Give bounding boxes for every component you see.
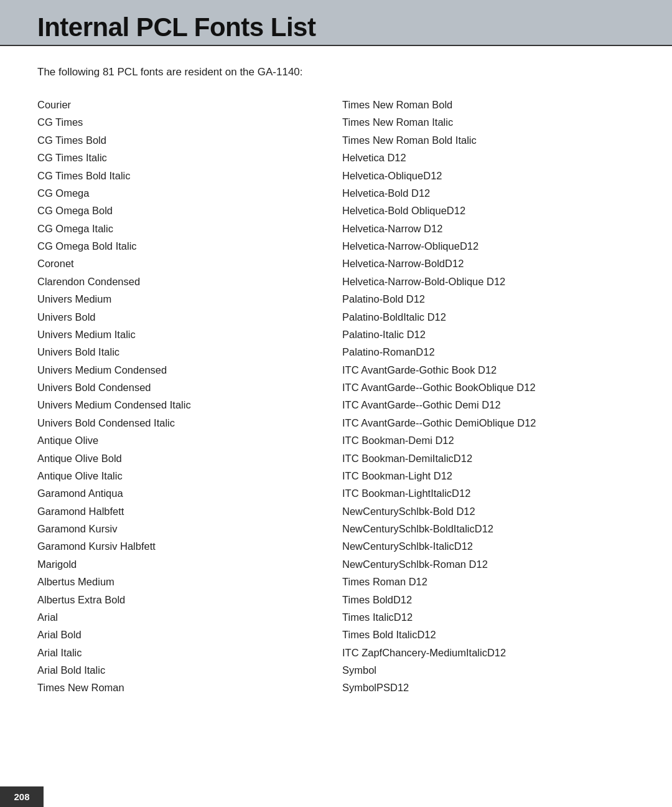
list-item: ITC Bookman-Demi D12 (342, 432, 635, 449)
list-item: Helvetica-Narrow-ObliqueD12 (342, 237, 635, 255)
list-item: Antique Olive (37, 432, 330, 449)
list-item: ITC Bookman-LightItalicD12 (342, 484, 635, 502)
list-item: Times Roman D12 (342, 573, 635, 590)
list-item: Arial (37, 608, 330, 626)
list-item: Helvetica-Narrow-Bold-Oblique D12 (342, 273, 635, 290)
list-item: Marigold (37, 555, 330, 573)
list-item: Garamond Halbfett (37, 503, 330, 520)
list-item: ITC AvantGarde--Gothic DemiOblique D12 (342, 414, 635, 432)
list-item: Arial Bold (37, 626, 330, 643)
list-item: Univers Medium Condensed Italic (37, 396, 330, 413)
list-item: Helvetica-Bold D12 (342, 184, 635, 202)
list-item: Coronet (37, 255, 330, 272)
intro-text: The following 81 PCL fonts are resident … (37, 66, 635, 78)
list-item: Times BoldD12 (342, 591, 635, 608)
list-item: ITC Bookman-DemiItalicD12 (342, 450, 635, 467)
list-item: Univers Bold Italic (37, 343, 330, 361)
list-item: Helvetica D12 (342, 149, 635, 166)
list-item: Helvetica-ObliqueD12 (342, 167, 635, 184)
list-item: Times New Roman Bold Italic (342, 131, 635, 149)
list-item: Times Bold ItalicD12 (342, 626, 635, 643)
list-item: Helvetica-Narrow D12 (342, 220, 635, 237)
list-item: Courier (37, 96, 330, 113)
list-item: Univers Medium (37, 290, 330, 308)
list-item: Times New Roman Bold (342, 96, 635, 113)
list-item: Times New Roman (37, 679, 330, 696)
list-item: SymbolPSD12 (342, 679, 635, 696)
list-item: Univers Bold (37, 308, 330, 326)
list-item: NewCenturySchlbk-ItalicD12 (342, 537, 635, 555)
list-item: Helvetica-Narrow-BoldD12 (342, 255, 635, 272)
list-item: ITC ZapfChancery-MediumItalicD12 (342, 644, 635, 661)
list-item: CG Omega (37, 184, 330, 202)
list-item: ITC AvantGarde--Gothic BookOblique D12 (342, 379, 635, 396)
list-item: NewCenturySchlbk-Roman D12 (342, 555, 635, 573)
list-item: Garamond Antiqua (37, 484, 330, 502)
list-item: Palatino-Italic D12 (342, 326, 635, 343)
main-content: The following 81 PCL fonts are resident … (0, 46, 672, 734)
list-item: Arial Italic (37, 644, 330, 661)
list-item: Palatino-Bold D12 (342, 290, 635, 308)
list-item: Antique Olive Italic (37, 467, 330, 484)
list-item: Antique Olive Bold (37, 450, 330, 467)
list-item: Arial Bold Italic (37, 661, 330, 679)
list-item: ITC AvantGarde--Gothic Demi D12 (342, 396, 635, 413)
page-footer: 208 (0, 786, 672, 807)
list-item: Garamond Kursiv (37, 520, 330, 537)
list-item: CG Omega Bold Italic (37, 237, 330, 255)
list-item: CG Times Bold Italic (37, 167, 330, 184)
page-title: Internal PCL Fonts List (0, 12, 315, 42)
list-item: Garamond Kursiv Halbfett (37, 537, 330, 555)
list-item: Times New Roman Italic (342, 113, 635, 131)
list-item: Palatino-BoldItalic D12 (342, 308, 635, 326)
list-item: CG Omega Italic (37, 220, 330, 237)
header-bar: Internal PCL Fonts List (0, 0, 672, 45)
list-item: ITC Bookman-Light D12 (342, 467, 635, 484)
list-item: CG Times Italic (37, 149, 330, 166)
list-item: Albertus Medium (37, 573, 330, 590)
list-item: CG Times Bold (37, 131, 330, 149)
font-list: CourierCG TimesCG Times BoldCG Times Ita… (37, 96, 635, 697)
list-item: Palatino-RomanD12 (342, 343, 635, 361)
list-item: Univers Bold Condensed (37, 379, 330, 396)
list-item: Symbol (342, 661, 635, 679)
list-item: Helvetica-Bold ObliqueD12 (342, 202, 635, 219)
list-item: Times ItalicD12 (342, 608, 635, 626)
right-column: Times New Roman BoldTimes New Roman Ital… (342, 96, 635, 697)
list-item: Univers Bold Condensed Italic (37, 414, 330, 432)
page-number: 208 (0, 786, 44, 807)
list-item: NewCenturySchlbk-Bold D12 (342, 503, 635, 520)
list-item: Univers Medium Italic (37, 326, 330, 343)
list-item: Clarendon Condensed (37, 273, 330, 290)
list-item: CG Times (37, 113, 330, 131)
list-item: Albertus Extra Bold (37, 591, 330, 608)
list-item: ITC AvantGarde-Gothic Book D12 (342, 361, 635, 379)
left-column: CourierCG TimesCG Times BoldCG Times Ita… (37, 96, 342, 697)
list-item: NewCenturySchlbk-BoldItalicD12 (342, 520, 635, 537)
list-item: Univers Medium Condensed (37, 361, 330, 379)
list-item: CG Omega Bold (37, 202, 330, 219)
